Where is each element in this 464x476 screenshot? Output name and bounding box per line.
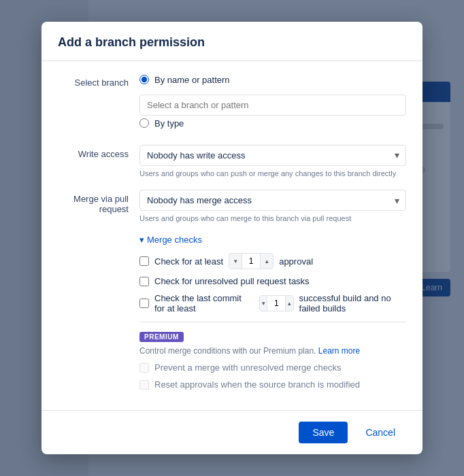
- select-branch-row: Select branch By name or pattern By type: [58, 75, 406, 134]
- branch-name-radio[interactable]: [139, 75, 149, 84]
- branch-type-label: By type: [154, 118, 184, 129]
- premium-description: Control merge conditions with our Premiu…: [139, 346, 406, 356]
- modal-footer: Save Cancel: [42, 410, 422, 454]
- build-decrement-button[interactable]: ▾: [260, 296, 267, 311]
- build-stepper: ▾ ▴: [259, 295, 294, 311]
- reset-approvals-checkbox[interactable]: [139, 380, 149, 390]
- cancel-button[interactable]: Cancel: [354, 422, 406, 443]
- merge-access-label: Merge via pull request: [58, 190, 139, 214]
- branch-options: By name or pattern By type: [139, 75, 406, 134]
- merge-access-row: Merge via pull request Nobody has merge …: [58, 190, 406, 224]
- branch-type-radio[interactable]: [139, 118, 149, 128]
- write-access-select[interactable]: Nobody has write access: [139, 145, 406, 166]
- premium-learn-more-link[interactable]: Learn more: [318, 346, 360, 356]
- write-access-label: Write access: [58, 145, 139, 159]
- build-count-input[interactable]: [267, 296, 286, 311]
- prevent-merge-label: Prevent a merge with unresolved merge ch…: [154, 362, 342, 373]
- merge-checks-label: Merge checks: [147, 235, 202, 245]
- premium-check2-row: Reset approvals when the source branch i…: [139, 379, 406, 390]
- approval-count-input[interactable]: [242, 254, 261, 269]
- merge-access-select-wrapper: Nobody has merge access: [139, 190, 406, 211]
- merge-access-select[interactable]: Nobody has merge access: [139, 190, 406, 211]
- check-tasks-checkbox[interactable]: [139, 277, 149, 286]
- select-branch-label: Select branch: [58, 75, 139, 88]
- check-build-post: successful build and no failed builds: [299, 293, 406, 313]
- write-access-select-wrapper: Nobody has write access: [139, 145, 406, 166]
- premium-badge: PREMIUM: [139, 332, 184, 342]
- check-build-checkbox[interactable]: [139, 299, 149, 308]
- premium-divider: [139, 322, 406, 322]
- check-tasks-label: Check for unresolved pull request tasks: [154, 276, 310, 286]
- write-access-row: Write access Nobody has write access Use…: [58, 145, 406, 179]
- modal-header: Add a branch permission: [42, 22, 422, 61]
- prevent-merge-checkbox[interactable]: [139, 363, 149, 373]
- approval-stepper: ▾ ▴: [229, 253, 274, 269]
- merge-access-hint: Users and groups who can merge to this b…: [139, 214, 406, 224]
- branch-by-type-option[interactable]: By type: [139, 118, 406, 129]
- reset-approvals-label: Reset approvals when the source branch i…: [154, 379, 360, 390]
- chevron-down-icon: ▾: [139, 235, 144, 245]
- write-access-hint: Users and groups who can push or merge a…: [139, 169, 406, 179]
- modal-title: Add a branch permission: [58, 35, 406, 50]
- merge-access-control: Nobody has merge access Users and groups…: [139, 190, 406, 224]
- modal-dialog: Add a branch permission Select branch By…: [42, 22, 422, 455]
- check-tasks-row: Check for unresolved pull request tasks: [139, 276, 406, 286]
- check-approval-post: approval: [279, 256, 313, 267]
- modal-overlay: Add a branch permission Select branch By…: [0, 0, 464, 476]
- check-build-pre: Check the last commit for at least: [154, 293, 254, 313]
- merge-checks-toggle[interactable]: ▾ Merge checks: [139, 235, 406, 245]
- merge-checks-section: Check for at least ▾ ▴ approval Check fo…: [139, 253, 406, 390]
- approval-decrement-button[interactable]: ▾: [229, 254, 242, 269]
- check-approval-pre: Check for at least: [154, 256, 223, 267]
- modal-body: Select branch By name or pattern By type…: [42, 61, 422, 411]
- check-approval-row: Check for at least ▾ ▴ approval: [139, 253, 406, 269]
- branch-name-label: By name or pattern: [154, 75, 230, 85]
- build-increment-button[interactable]: ▴: [286, 296, 293, 311]
- write-access-control: Nobody has write access Users and groups…: [139, 145, 406, 179]
- branch-pattern-input[interactable]: [139, 95, 406, 116]
- premium-check1-row: Prevent a merge with unresolved merge ch…: [139, 362, 406, 373]
- premium-text-content: Control merge conditions with our Premiu…: [139, 346, 316, 356]
- branch-by-name-option[interactable]: By name or pattern: [139, 75, 406, 85]
- check-build-row: Check the last commit for at least ▾ ▴ s…: [139, 293, 406, 313]
- approval-increment-button[interactable]: ▴: [261, 254, 273, 269]
- save-button[interactable]: Save: [299, 422, 348, 443]
- check-approval-checkbox[interactable]: [139, 256, 149, 266]
